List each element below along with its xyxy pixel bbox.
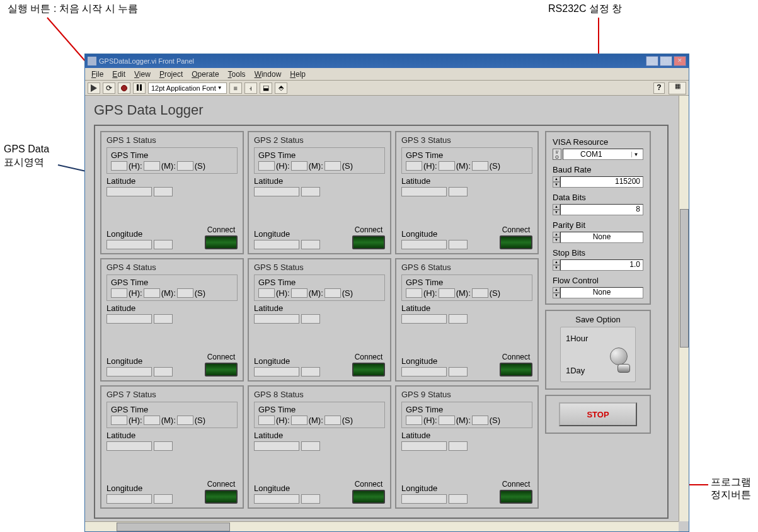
gps-h-field[interactable] [406, 161, 422, 171]
abort-button[interactable] [118, 82, 130, 94]
gps-s-field[interactable] [324, 288, 341, 298]
gps-s-field[interactable] [324, 161, 341, 171]
menu-tools[interactable]: Tools [224, 69, 250, 80]
distribute-button[interactable]: ⫞ [244, 82, 257, 94]
pause-button[interactable] [133, 82, 146, 94]
latitude-sub-field[interactable] [301, 187, 320, 196]
resize-button[interactable]: ⬓ [260, 82, 272, 94]
latitude-sub-field[interactable] [449, 187, 468, 196]
menu-file[interactable]: File [88, 69, 107, 80]
latitude-sub-field[interactable] [449, 441, 468, 451]
maximize-button[interactable]: □ [660, 56, 672, 66]
longitude-field[interactable] [401, 367, 447, 376]
scroll-thumb-h[interactable] [117, 523, 230, 531]
gps-s-field[interactable] [324, 416, 341, 425]
longitude-field[interactable] [401, 240, 447, 249]
minimize-button[interactable]: _ [646, 56, 658, 66]
visa-combo[interactable]: COM1 ▼ [563, 149, 643, 160]
gps-h-field[interactable] [258, 416, 275, 425]
gps-h-field[interactable] [258, 161, 275, 171]
gps-m-field[interactable] [291, 161, 307, 171]
parity-spinner[interactable]: ▲▼ [553, 232, 560, 243]
databits-spinner[interactable]: ▲▼ [553, 204, 560, 215]
gps-h-field[interactable] [111, 288, 127, 298]
align-button[interactable]: ≡ [229, 82, 242, 94]
flow-input[interactable]: None [560, 287, 643, 298]
menu-view[interactable]: View [130, 69, 154, 80]
latitude-field[interactable] [106, 314, 152, 324]
longitude-sub-field[interactable] [301, 494, 320, 504]
latitude-field[interactable] [254, 314, 299, 324]
longitude-sub-field[interactable] [154, 367, 173, 376]
baud-input[interactable]: 115200 [560, 176, 643, 188]
gps-m-field[interactable] [439, 416, 455, 425]
gps-m-field[interactable] [144, 416, 160, 425]
gps-m-field[interactable] [291, 288, 307, 298]
longitude-field[interactable] [106, 367, 152, 376]
longitude-field[interactable] [254, 494, 299, 504]
longitude-field[interactable] [106, 240, 152, 249]
latitude-field[interactable] [401, 441, 447, 451]
flow-spinner[interactable]: ▲▼ [553, 287, 560, 298]
latitude-field[interactable] [401, 187, 447, 196]
latitude-sub-field[interactable] [449, 314, 468, 324]
longitude-field[interactable] [254, 367, 299, 376]
menu-window[interactable]: Window [251, 69, 285, 80]
stop-button[interactable]: STOP [559, 402, 637, 426]
longitude-field[interactable] [106, 494, 152, 504]
gps-s-field[interactable] [472, 288, 488, 298]
longitude-sub-field[interactable] [449, 240, 468, 249]
parity-input[interactable]: None [560, 232, 643, 243]
latitude-field[interactable] [106, 441, 152, 451]
gps-h-field[interactable] [111, 161, 127, 171]
latitude-field[interactable] [254, 441, 299, 451]
longitude-field[interactable] [254, 240, 299, 249]
gps-s-field[interactable] [177, 416, 193, 425]
gps-h-field[interactable] [406, 416, 422, 425]
gps-m-field[interactable] [439, 288, 455, 298]
longitude-sub-field[interactable] [301, 240, 320, 249]
gps-s-field[interactable] [177, 161, 193, 171]
gps-m-field[interactable] [144, 161, 160, 171]
baud-spinner[interactable]: ▲▼ [553, 176, 560, 188]
run-button[interactable] [88, 82, 100, 94]
gps-s-field[interactable] [472, 416, 488, 425]
latitude-sub-field[interactable] [301, 441, 320, 451]
latitude-sub-field[interactable] [154, 314, 173, 324]
longitude-sub-field[interactable] [154, 494, 173, 504]
latitude-sub-field[interactable] [301, 314, 320, 324]
latitude-sub-field[interactable] [154, 441, 173, 451]
gps-m-field[interactable] [439, 161, 455, 171]
gps-s-field[interactable] [177, 288, 193, 298]
scrollbar-horizontal[interactable] [85, 521, 679, 531]
latitude-field[interactable] [401, 314, 447, 324]
longitude-sub-field[interactable] [301, 367, 320, 376]
scrollbar-vertical[interactable] [679, 96, 689, 521]
gps-s-field[interactable] [472, 161, 488, 171]
stopbits-input[interactable]: 1.0 [560, 259, 643, 271]
help-button[interactable]: ? [653, 82, 665, 94]
longitude-sub-field[interactable] [449, 367, 468, 376]
run-continuous-button[interactable]: ⟳ [103, 82, 115, 94]
menu-help[interactable]: Help [286, 69, 309, 80]
gps-h-field[interactable] [258, 288, 275, 298]
gps-h-field[interactable] [406, 288, 422, 298]
stopbits-spinner[interactable]: ▲▼ [553, 259, 560, 271]
menu-project[interactable]: Project [156, 69, 187, 80]
longitude-sub-field[interactable] [449, 494, 468, 504]
font-selector[interactable]: 12pt Application Font ▼ [148, 82, 227, 94]
longitude-field[interactable] [401, 494, 447, 504]
latitude-field[interactable] [254, 187, 299, 196]
scroll-thumb-v[interactable] [680, 209, 689, 348]
latitude-field[interactable] [106, 187, 152, 196]
vi-icon[interactable]: ▦ [669, 82, 686, 94]
close-button[interactable]: ✕ [674, 56, 686, 66]
longitude-sub-field[interactable] [154, 240, 173, 249]
menu-operate[interactable]: Operate [188, 69, 222, 80]
gps-h-field[interactable] [111, 416, 127, 425]
gps-m-field[interactable] [291, 416, 307, 425]
databits-input[interactable]: 8 [560, 204, 643, 215]
latitude-sub-field[interactable] [154, 187, 173, 196]
menu-edit[interactable]: Edit [108, 69, 129, 80]
gps-m-field[interactable] [144, 288, 160, 298]
